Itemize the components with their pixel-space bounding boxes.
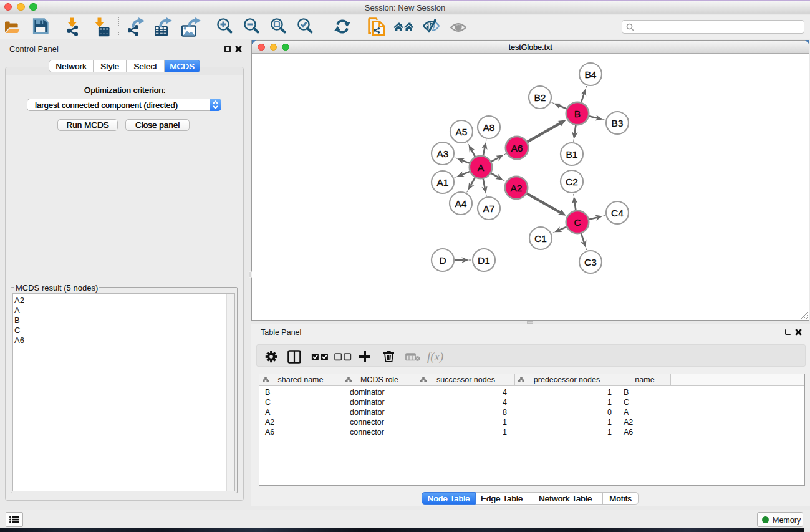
svg-text:B: B [574, 109, 581, 119]
svg-text:B2: B2 [534, 92, 546, 103]
svg-text:D: D [439, 255, 446, 266]
svg-text:C: C [574, 217, 581, 228]
svg-text:B1: B1 [566, 149, 578, 160]
svg-text:A2: A2 [511, 183, 523, 193]
svg-text:C1: C1 [534, 233, 547, 244]
svg-text:A6: A6 [511, 143, 523, 153]
svg-text:A: A [478, 162, 485, 173]
svg-text:C3: C3 [584, 257, 597, 268]
svg-text:B3: B3 [612, 118, 624, 128]
svg-text:A8: A8 [483, 122, 495, 133]
svg-text:C2: C2 [566, 177, 578, 187]
svg-text:A7: A7 [483, 203, 495, 214]
svg-text:A5: A5 [456, 127, 468, 137]
svg-text:A3: A3 [437, 148, 449, 159]
svg-text:A4: A4 [455, 198, 467, 209]
svg-text:C4: C4 [611, 208, 624, 218]
svg-text:A1: A1 [437, 177, 449, 188]
svg-text:D1: D1 [478, 255, 490, 266]
svg-text:B4: B4 [585, 69, 597, 80]
